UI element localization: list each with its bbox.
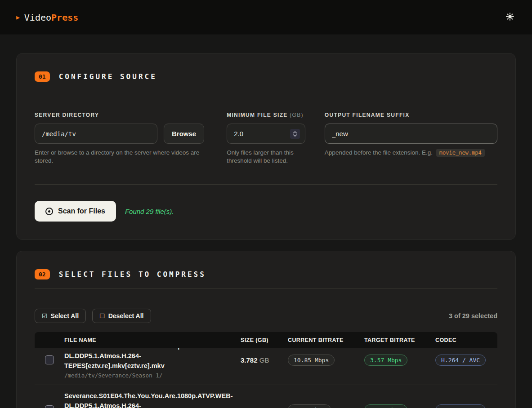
unchecked-box-icon: ☐: [99, 312, 105, 319]
file-name-text: Severance.S01E07.Defiant.Jazz.1080p.ATVP…: [64, 348, 235, 371]
section-divider: [35, 184, 497, 185]
table-row[interactable]: Severance.S01E07.Defiant.Jazz.1080p.ATVP…: [35, 348, 497, 385]
file-size-unit: GB: [259, 356, 269, 364]
target-bitrate-badge: 3.57 Mbps: [364, 355, 407, 366]
scan-for-files-button[interactable]: Scan for Files: [35, 201, 116, 222]
section-divider: [35, 288, 497, 289]
min-file-size-label: MINIMUM FILE SIZE (GB): [227, 112, 305, 118]
browse-button[interactable]: Browse: [164, 124, 204, 144]
min-file-size-value: 2.0: [234, 130, 243, 137]
output-suffix-input[interactable]: [325, 124, 497, 144]
output-suffix-helper: Appended before the file extension. E.g.…: [325, 149, 497, 157]
top-bar: ▶ VideoPress: [0, 0, 532, 35]
play-icon: ▶: [16, 14, 20, 21]
server-directory-helper: Enter or browse to a directory on the se…: [35, 149, 204, 164]
target-icon: [45, 208, 53, 215]
file-name-text: Severance.S01E04.The.You.You.Are.1080p.A…: [64, 391, 235, 408]
row-checkbox[interactable]: [45, 355, 54, 364]
deselect-all-button[interactable]: ☐ Deselect All: [92, 309, 151, 323]
output-suffix-label: OUTPUT FILENAME SUFFIX: [325, 112, 497, 118]
section-title-select-files: SELECT FILES TO COMPRESS: [59, 270, 206, 279]
selection-status-text: 3 of 29 selected: [449, 312, 497, 319]
scan-status-text: Found 29 file(s).: [125, 208, 174, 215]
file-path-text: /media/tv/Severance/Season 1/: [64, 372, 235, 379]
app-logo: ▶ VideoPress: [16, 12, 78, 23]
target-bitrate-badge: 3.59 Mbps: [364, 404, 407, 408]
sun-icon: [506, 13, 514, 22]
section-divider: [35, 91, 497, 91]
file-size-value: 3.782: [241, 356, 258, 364]
column-header-target-bitrate: TARGET BITRATE: [364, 337, 435, 343]
column-header-size: SIZE (GB): [241, 337, 288, 343]
table-body[interactable]: Severance.S01E07.Defiant.Jazz.1080p.ATVP…: [35, 348, 497, 408]
main-content: 01 CONFIGURE SOURCE SERVER DIRECTORY Bro…: [0, 35, 532, 408]
step-badge-01: 01: [35, 71, 50, 82]
section-title-configure-source: CONFIGURE SOURCE: [59, 72, 157, 81]
file-size-unit: GB: [259, 406, 269, 408]
codec-badge: H.264 / AVC: [435, 355, 486, 366]
configure-source-card: 01 CONFIGURE SOURCE SERVER DIRECTORY Bro…: [16, 53, 516, 240]
table-header-row: FILE NAME SIZE (GB) CURRENT BITRATE TARG…: [35, 332, 497, 348]
select-spinner-icon[interactable]: [290, 129, 300, 139]
server-directory-input[interactable]: [35, 124, 157, 144]
theme-toggle-button[interactable]: [504, 11, 516, 24]
select-files-card: 02 SELECT FILES TO COMPRESS ☑ Select All…: [16, 251, 516, 408]
min-file-size-select[interactable]: 2.0: [227, 124, 305, 144]
column-header-codec: CODEC: [435, 337, 497, 343]
example-filename-chip: movie_new.mp4: [436, 149, 485, 157]
files-table: FILE NAME SIZE (GB) CURRENT BITRATE TARG…: [35, 332, 497, 408]
current-bitrate-badge: 10.85 Mbps: [288, 355, 335, 366]
column-header-file-name: FILE NAME: [64, 337, 241, 343]
logo-text-video: Video: [24, 12, 51, 23]
file-size-value: 3.547: [241, 406, 258, 408]
logo-text-press: Press: [51, 12, 78, 23]
server-directory-label: SERVER DIRECTORY: [35, 112, 204, 118]
current-bitrate-badge: 10.9 Mbps: [288, 404, 331, 408]
column-header-current-bitrate: CURRENT BITRATE: [288, 337, 364, 343]
row-checkbox[interactable]: [45, 405, 54, 408]
codec-badge: H.264 / AVC: [435, 404, 486, 408]
min-file-size-helper: Only files larger than this threshold wi…: [227, 149, 305, 164]
step-badge-02: 02: [35, 269, 50, 279]
table-row[interactable]: Severance.S01E04.The.You.You.Are.1080p.A…: [35, 385, 497, 408]
checked-box-icon: ☑: [42, 312, 48, 319]
select-all-button[interactable]: ☑ Select All: [35, 309, 86, 323]
